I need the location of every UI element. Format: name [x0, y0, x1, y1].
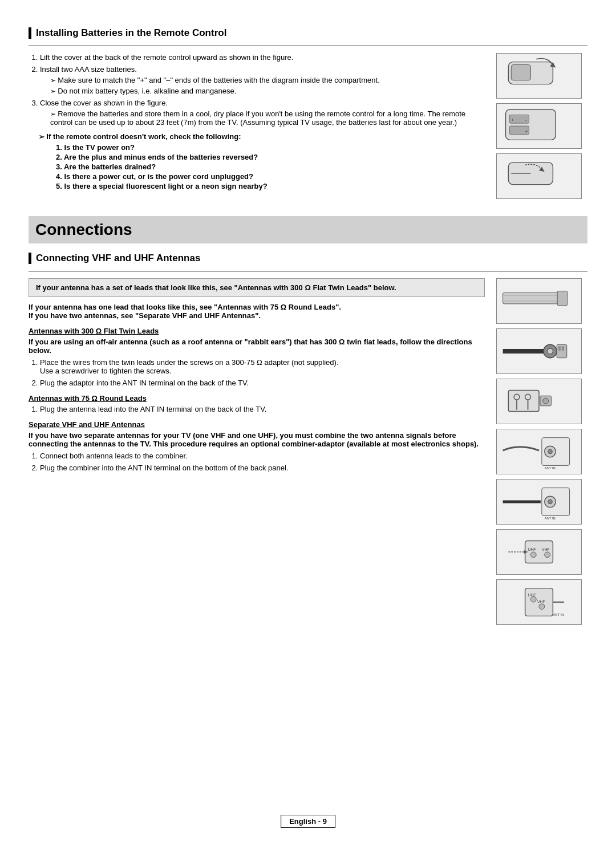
- step3-sub1: Remove the batteries and store them in a…: [50, 109, 485, 127]
- round-lead-notice: If your antenna has one lead that looks …: [29, 303, 485, 320]
- ts-5: 5. Is there a special fluorescent light …: [56, 182, 485, 190]
- svg-point-28: [543, 398, 549, 404]
- batteries-steps: Lift the cover at the back of the remote…: [29, 53, 485, 127]
- ts-3: 3. Are the batteries drained?: [56, 162, 485, 171]
- svg-rect-21: [562, 346, 564, 351]
- svg-point-42: [545, 552, 550, 558]
- batteries-images: + - - +: [496, 53, 587, 199]
- conn-img-2: [496, 328, 582, 374]
- section-connections: Connections Connecting VHF and UHF Anten…: [29, 216, 587, 625]
- svg-text:+: +: [525, 129, 528, 134]
- svg-point-18: [548, 348, 553, 354]
- svg-point-49: [539, 604, 545, 610]
- sep-step-1: Connect both antenna leads to the combin…: [40, 452, 485, 460]
- svg-text:ANT IN: ANT IN: [553, 613, 564, 616]
- vhf-uhf-title: Connecting VHF and UHF Antennas: [29, 253, 587, 264]
- round-step-1: Plug the antenna lead into the ANT IN te…: [40, 405, 485, 413]
- conn-img-6: UHF VHF: [496, 529, 582, 575]
- battery-img-1: [496, 53, 582, 99]
- flat-leads-steps: Place the wires from the twin leads unde…: [29, 358, 485, 387]
- troubleshoot-list: 1. Is the TV power on? 2. Are the plus a…: [39, 143, 485, 190]
- separate-title: Separate VHF and UHF Antennas: [29, 420, 485, 429]
- svg-rect-20: [558, 346, 561, 351]
- ts-1: 1. Is the TV power on?: [56, 143, 485, 152]
- conn-img-1: [496, 278, 582, 324]
- battery-img-3: [496, 153, 582, 199]
- section-batteries: Installing Batteries in the Remote Contr…: [29, 27, 587, 199]
- separate-intro: If you have two separate antennas for yo…: [29, 431, 485, 448]
- connections-text: If your antenna has a set of leads that …: [29, 278, 485, 625]
- ts-4: 4. Is there a power cut, or is the power…: [56, 172, 485, 181]
- svg-point-40: [530, 552, 536, 558]
- troubleshoot-section: If the remote control doesn't work, chec…: [29, 132, 485, 190]
- svg-point-48: [530, 596, 536, 602]
- step3-subitems: Remove the batteries and store them in a…: [40, 109, 485, 127]
- flat-step-1: Place the wires from the twin leads unde…: [40, 358, 485, 375]
- ts-2: 2. Are the plus and minus ends of the ba…: [56, 153, 485, 161]
- svg-text:ANT IN: ANT IN: [545, 466, 556, 470]
- svg-rect-1: [511, 65, 530, 80]
- svg-text:VHF: VHF: [537, 600, 545, 604]
- flat-lead-notice: If your antenna has a set of leads that …: [29, 278, 485, 297]
- svg-point-31: [548, 449, 553, 454]
- svg-rect-3: [506, 109, 556, 140]
- svg-rect-15: [557, 291, 568, 305]
- step2-subitems: Make sure to match the "+" and "–" ends …: [40, 76, 485, 95]
- svg-text:UHF: UHF: [528, 547, 536, 551]
- batteries-text: Lift the cover at the back of the remote…: [29, 53, 485, 199]
- conn-img-5: ANT IN: [496, 479, 582, 525]
- batteries-content: Lift the cover at the back of the remote…: [29, 53, 587, 199]
- subsec-300-flat: Antennas with 300 Ω Flat Twin Leads If y…: [29, 327, 485, 387]
- battery-img-2: + - - +: [496, 103, 582, 149]
- svg-point-35: [548, 499, 553, 504]
- step2-sub2: Do not mix battery types, i.e. alkaline …: [50, 87, 485, 95]
- page-footer: English - 9: [281, 815, 335, 828]
- svg-text:ANT IN: ANT IN: [545, 517, 556, 520]
- flat-step-2: Plug the adaptor into the ANT IN termina…: [40, 379, 485, 387]
- svg-text:+: +: [511, 117, 514, 123]
- svg-rect-12: [503, 292, 559, 304]
- conn-img-7: UHF VHF ANT IN: [496, 579, 582, 625]
- round-leads-title: Antennas with 75 Ω Round Leads: [29, 394, 485, 403]
- step-1: Lift the cover at the back of the remote…: [40, 53, 485, 62]
- connections-title: Connections: [29, 216, 587, 243]
- batteries-title: Installing Batteries in the Remote Contr…: [29, 27, 587, 39]
- svg-text:-: -: [511, 129, 513, 134]
- connections-images: ANT IN ANT IN: [496, 278, 587, 625]
- flat-leads-intro: If you are using an off-air antenna (suc…: [29, 338, 485, 355]
- step-2: Install two AAA size batteries. Make sur…: [40, 65, 485, 95]
- separate-steps: Connect both antenna leads to the combin…: [29, 452, 485, 472]
- svg-rect-19: [557, 344, 567, 358]
- svg-rect-38: [525, 541, 553, 563]
- subsec-separate: Separate VHF and UHF Antennas If you hav…: [29, 420, 485, 472]
- subsec-75-round: Antennas with 75 Ω Round Leads Plug the …: [29, 394, 485, 413]
- svg-rect-22: [508, 391, 539, 412]
- flat-leads-title: Antennas with 300 Ω Flat Twin Leads: [29, 327, 485, 335]
- sep-step-2: Plug the combiner into the ANT IN termin…: [40, 464, 485, 472]
- step-3: Close the cover as shown in the figure. …: [40, 99, 485, 127]
- page-container: Installing Batteries in the Remote Contr…: [0, 0, 616, 659]
- svg-text:UHF: UHF: [528, 593, 536, 597]
- troubleshoot-label: If the remote control doesn't work, chec…: [39, 132, 485, 190]
- round-leads-steps: Plug the antenna lead into the ANT IN te…: [29, 405, 485, 413]
- conn-img-3: [496, 379, 582, 424]
- connections-content: If your antenna has a set of leads that …: [29, 278, 587, 625]
- step2-sub1: Make sure to match the "+" and "–" ends …: [50, 76, 485, 84]
- conn-img-4: ANT IN: [496, 429, 582, 474]
- svg-text:VHF: VHF: [542, 547, 550, 551]
- svg-text:-: -: [525, 117, 527, 123]
